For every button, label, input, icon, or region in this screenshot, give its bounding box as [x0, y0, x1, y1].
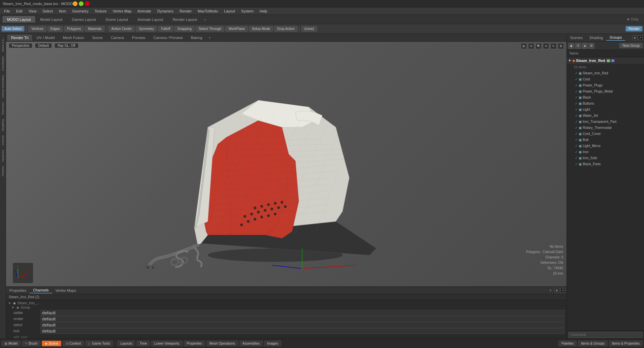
items-groups-status-btn[interactable]: Items & Groups [578, 341, 607, 346]
sidebar-tab-controls[interactable]: Controls [1, 133, 5, 147]
layout-tab-games[interactable]: Games Layout [67, 16, 100, 23]
sidebar-tab-weighting[interactable]: Weighting [1, 117, 5, 133]
menu-item-help[interactable]: Help [257, 8, 270, 14]
item-checkbox-icon[interactable]: ✓ [575, 90, 578, 93]
prop-value-lock[interactable] [40, 328, 565, 334]
vertices-button[interactable]: Vertices [28, 26, 46, 32]
menu-item-texture[interactable]: Texture [92, 8, 109, 14]
item-checkbox-icon[interactable]: ✓ [575, 120, 578, 124]
viewport-icon-6[interactable]: ⚙ [558, 43, 564, 49]
menu-item-layout[interactable]: Layout [221, 8, 238, 14]
item-checkbox-icon[interactable]: ✓ [575, 132, 578, 136]
layout-tab-model[interactable]: Model Layout [36, 16, 67, 23]
props-tab-add[interactable]: + [546, 287, 554, 293]
edges-button[interactable]: Edges [47, 26, 63, 32]
tree-item-power-plugs[interactable]: ✓ ▣ Power_Plugs [567, 82, 644, 88]
default-label[interactable]: Default [35, 43, 52, 48]
ray-gl-label[interactable]: Ray GL: Off [55, 43, 78, 48]
mesh-ops-status-btn[interactable]: Mesh Operations [206, 341, 238, 346]
menu-item-vertex map[interactable]: Vertex Map [110, 8, 134, 14]
item-checkbox-icon[interactable]: ✓ [575, 162, 578, 166]
tree-item-black-parts[interactable]: ✓ ▣ Black_Parts [567, 161, 644, 167]
tree-item-rotary-thermostat[interactable]: ✓ ▣ Rotary_Thermostat [567, 125, 644, 131]
brush-status-btn[interactable]: ✎ Brush [22, 341, 40, 346]
viewport-icon-1[interactable]: ⊞ [521, 43, 527, 49]
game-tools-status-btn[interactable]: ▷ Game Tools [85, 341, 113, 346]
item-checkbox-icon[interactable]: ✓ [575, 138, 578, 142]
sidebar-tab-dynamics[interactable]: Dynamics [1, 148, 5, 164]
sidebar-tab-coords[interactable]: Coordinates [1, 54, 5, 73]
groups-btn-1[interactable]: ◉ [568, 43, 574, 49]
item-checkbox-icon[interactable]: ✓ [575, 150, 578, 154]
menu-item-file[interactable]: File [1, 8, 13, 14]
viewport-tab-camera-preview[interactable]: Camera / Preview [150, 35, 186, 41]
expand-icon[interactable]: ▼ [8, 302, 11, 305]
menu-item-view[interactable]: View [26, 8, 39, 14]
snapping-button[interactable]: Snapping [174, 26, 194, 32]
lower-viewports-status-btn[interactable]: Lower Viewports [151, 341, 182, 346]
new-group-button[interactable]: New Group [619, 43, 643, 48]
viewport-canvas[interactable]: Perspective Default Ray GL: Off ⊞ ↺ 🔍 ☀ … [6, 42, 567, 286]
tree-item-buttons[interactable]: ✓ ▣ Buttons [567, 100, 644, 106]
item-checkbox-icon[interactable]: ✓ [575, 114, 578, 117]
layout-tab-animate[interactable]: Animate Layout [133, 16, 167, 23]
materials-button[interactable]: Materials [85, 26, 105, 32]
maximize-button[interactable] [79, 1, 84, 6]
item-checkbox-icon[interactable]: ✓ [575, 156, 578, 160]
layout-tab-render[interactable]: Render Layout [168, 16, 201, 23]
rp-icon-1[interactable]: ⊞ [633, 35, 637, 40]
menu-item-maxtomodo[interactable]: MaxToModo [195, 8, 221, 14]
item-checkbox-icon[interactable]: ✓ [575, 144, 578, 148]
props-tab-vertex-maps[interactable]: Vertex Maps [52, 288, 79, 293]
auto-select-button[interactable]: Auto Select [1, 26, 25, 32]
menu-item-dynamics[interactable]: Dynamics [155, 8, 176, 14]
palettes-status-btn[interactable]: Palettes [558, 341, 577, 346]
render-button[interactable]: Render [625, 26, 643, 32]
groups-btn-3[interactable]: ◈ [582, 43, 588, 49]
rp-tab-scenes[interactable]: Scenes [567, 35, 586, 40]
props-icon-2[interactable]: ↗ [560, 288, 565, 293]
menu-item-system[interactable]: System [238, 8, 256, 14]
tree-item-bolt[interactable]: ✓ ▣ Bolt [567, 137, 644, 143]
tree-item-water-jet[interactable]: ✓ ▣ Water_Jet [567, 112, 644, 118]
command-input[interactable] [568, 332, 643, 338]
falloff-button[interactable]: Falloff [158, 26, 173, 32]
menu-item-item[interactable]: Item [56, 8, 69, 14]
item-checkbox-icon[interactable]: ✓ [575, 71, 578, 75]
tree-item-light[interactable]: ✓ ▣ Light [567, 106, 644, 112]
sidebar-tab-ik[interactable]: Inverse Kinematics [1, 73, 5, 100]
workplane-button[interactable]: WorkPlane [225, 26, 248, 32]
groups-btn-4[interactable]: ⚙ [588, 43, 594, 49]
prop-value-select[interactable] [40, 322, 565, 328]
layout-tab-scene[interactable]: Scene Layout [101, 16, 132, 23]
layout-tab-add[interactable]: + [202, 16, 208, 23]
menu-item-render[interactable]: Render [177, 8, 194, 14]
viewport-tab-camera[interactable]: Camera [107, 35, 128, 41]
rp-icon-2[interactable]: ↗ [638, 35, 643, 40]
tree-item-steam-iron-red[interactable]: ✓ ▣ Steam_Iron_Red [567, 70, 644, 76]
layout-tab-star[interactable]: ★ Only [624, 16, 641, 23]
viewport-tab-mesh-fusion[interactable]: Mesh Fusion [59, 35, 88, 41]
symmetry-button[interactable]: Symmetry [136, 26, 157, 32]
layout-tab-modo[interactable]: MODO Layout [3, 16, 35, 23]
menu-item-select[interactable]: Select [40, 8, 56, 14]
menu-item-geometry[interactable]: Geometry [69, 8, 91, 14]
context-status-btn[interactable]: ⊞ Context [63, 341, 84, 346]
viewport-tab-add[interactable]: + [206, 35, 213, 40]
prop-value-render[interactable] [40, 316, 565, 322]
polygons-button[interactable]: Polygons [64, 26, 84, 32]
root-expand-icon[interactable]: ▼ [568, 59, 571, 62]
images-status-btn[interactable]: Images [264, 341, 281, 346]
scene-status-btn[interactable]: ◈ Scene [42, 341, 61, 346]
viewport-icon-4[interactable]: ☀ [543, 43, 549, 49]
item-checkbox-icon[interactable]: ✓ [575, 77, 578, 81]
tree-item-iron[interactable]: ✓ ▣ Iron [567, 149, 644, 155]
assemblies-status-btn[interactable]: Assemblies [239, 341, 263, 346]
none-button[interactable]: (none) [301, 26, 317, 32]
rp-tab-groups[interactable]: Groups [606, 35, 625, 41]
viewport-tab-preview[interactable]: Preview [128, 35, 149, 41]
group-root-item[interactable]: ▼ ◆ Steam_Iron_Red L V [567, 57, 644, 64]
groups-btn-2[interactable]: ↺ [575, 43, 581, 49]
viewport-icon-2[interactable]: ↺ [528, 43, 534, 49]
perspective-label[interactable]: Perspective [9, 43, 32, 48]
